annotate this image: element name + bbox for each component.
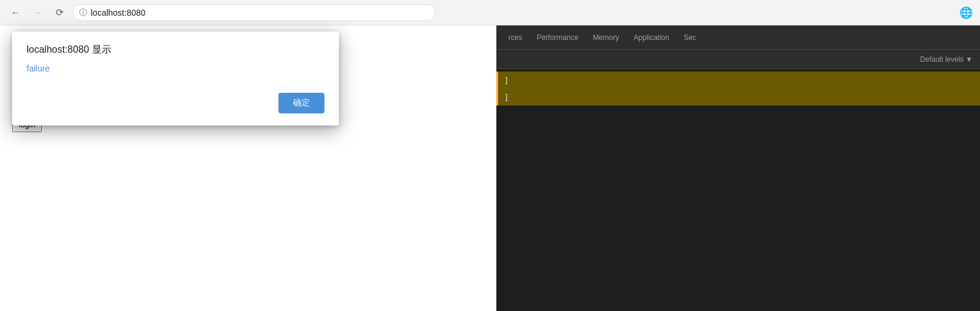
reload-button[interactable]: ⟳ <box>51 4 68 21</box>
console-row: ] <box>496 89 980 105</box>
console-row: ] <box>496 72 980 89</box>
dialog-footer: 确定 <box>27 93 324 113</box>
browser-right: 🌐 <box>959 6 973 19</box>
devtools-toolbar: Default levels ▼ <box>496 50 980 69</box>
url-text: localhost:8080 <box>91 8 145 18</box>
tab-sources[interactable]: rces <box>501 25 530 49</box>
forward-button[interactable]: → <box>29 4 46 21</box>
translate-icon[interactable]: 🌐 <box>959 6 973 19</box>
dialog-message: failure <box>27 64 324 73</box>
devtools-content: ] ] <box>496 69 980 311</box>
devtools-tabs: rces Performance Memory Application Sec <box>496 25 980 50</box>
dialog-ok-button[interactable]: 确定 <box>278 93 324 113</box>
tab-performance[interactable]: Performance <box>530 25 586 49</box>
main-area: 用户名 密码 login localhost:8080 显示 failure 确… <box>0 25 980 311</box>
lock-icon: ⓘ <box>79 7 87 18</box>
webpage: 用户名 密码 login localhost:8080 显示 failure 确… <box>0 25 496 311</box>
devtools-panel: rces Performance Memory Application Sec … <box>496 25 980 311</box>
default-levels-dropdown[interactable]: Default levels ▼ <box>920 55 973 64</box>
dialog-title: localhost:8080 显示 <box>27 44 324 56</box>
tab-security[interactable]: Sec <box>676 25 703 49</box>
tab-application[interactable]: Application <box>626 25 677 49</box>
tab-memory[interactable]: Memory <box>585 25 626 49</box>
back-button[interactable]: ← <box>7 4 24 21</box>
browser-chrome: ← → ⟳ ⓘ localhost:8080 🌐 <box>0 0 980 25</box>
address-bar[interactable]: ⓘ localhost:8080 <box>73 4 436 21</box>
alert-dialog: localhost:8080 显示 failure 确定 <box>12 32 339 125</box>
dialog-overlay: localhost:8080 显示 failure 确定 <box>0 25 496 311</box>
